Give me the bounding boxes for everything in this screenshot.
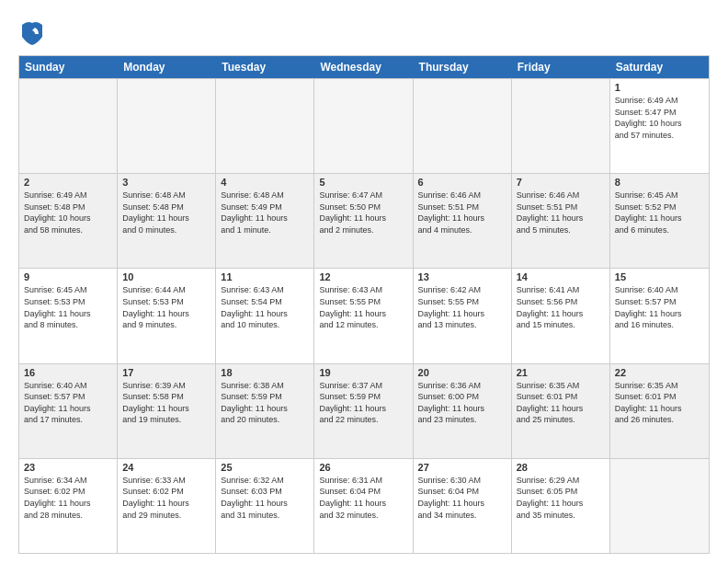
day-number: 1 bbox=[615, 82, 704, 93]
calendar-cell-2-1: 10Sunrise: 6:44 AM Sunset: 5:53 PM Dayli… bbox=[118, 269, 216, 362]
day-number: 27 bbox=[418, 462, 506, 473]
day-number: 13 bbox=[418, 271, 506, 282]
calendar-cell-4-6 bbox=[610, 459, 709, 553]
calendar: SundayMondayTuesdayWednesdayThursdayFrid… bbox=[18, 55, 710, 554]
day-number: 19 bbox=[319, 367, 407, 378]
day-number: 26 bbox=[319, 462, 407, 473]
calendar-cell-3-5: 21Sunrise: 6:35 AM Sunset: 6:01 PM Dayli… bbox=[512, 364, 610, 458]
header-day-tuesday: Tuesday bbox=[216, 56, 314, 78]
day-number: 16 bbox=[24, 367, 112, 378]
day-info: Sunrise: 6:46 AM Sunset: 5:51 PM Dayligh… bbox=[517, 190, 605, 236]
calendar-cell-4-3: 26Sunrise: 6:31 AM Sunset: 6:04 PM Dayli… bbox=[314, 459, 413, 553]
day-info: Sunrise: 6:49 AM Sunset: 5:48 PM Dayligh… bbox=[24, 190, 112, 236]
calendar-cell-1-1: 3Sunrise: 6:48 AM Sunset: 5:48 PM Daylig… bbox=[118, 174, 216, 268]
day-info: Sunrise: 6:39 AM Sunset: 5:58 PM Dayligh… bbox=[122, 380, 210, 426]
calendar-cell-2-3: 12Sunrise: 6:43 AM Sunset: 5:55 PM Dayli… bbox=[314, 269, 413, 362]
day-info: Sunrise: 6:38 AM Sunset: 5:59 PM Dayligh… bbox=[221, 380, 309, 426]
day-info: Sunrise: 6:41 AM Sunset: 5:56 PM Dayligh… bbox=[517, 284, 605, 330]
calendar-cell-0-5 bbox=[512, 79, 610, 173]
calendar-cell-1-2: 4Sunrise: 6:48 AM Sunset: 5:49 PM Daylig… bbox=[216, 174, 314, 268]
day-number: 11 bbox=[221, 271, 309, 282]
calendar-cell-0-3 bbox=[314, 79, 413, 173]
calendar-cell-3-0: 16Sunrise: 6:40 AM Sunset: 5:57 PM Dayli… bbox=[19, 364, 118, 458]
day-number: 28 bbox=[517, 462, 605, 473]
day-info: Sunrise: 6:34 AM Sunset: 6:02 PM Dayligh… bbox=[24, 475, 112, 521]
day-number: 18 bbox=[221, 367, 309, 378]
day-number: 22 bbox=[615, 367, 704, 378]
calendar-row-0: 1Sunrise: 6:49 AM Sunset: 5:47 PM Daylig… bbox=[19, 78, 709, 173]
calendar-row-1: 2Sunrise: 6:49 AM Sunset: 5:48 PM Daylig… bbox=[19, 173, 709, 268]
day-info: Sunrise: 6:43 AM Sunset: 5:54 PM Dayligh… bbox=[221, 284, 309, 330]
day-number: 25 bbox=[221, 462, 309, 473]
day-number: 23 bbox=[24, 462, 112, 473]
day-info: Sunrise: 6:32 AM Sunset: 6:03 PM Dayligh… bbox=[221, 475, 309, 521]
day-info: Sunrise: 6:47 AM Sunset: 5:50 PM Dayligh… bbox=[319, 190, 407, 236]
day-info: Sunrise: 6:29 AM Sunset: 6:05 PM Dayligh… bbox=[517, 475, 605, 521]
day-info: Sunrise: 6:45 AM Sunset: 5:53 PM Dayligh… bbox=[24, 284, 112, 330]
day-number: 7 bbox=[517, 177, 605, 188]
header-day-friday: Friday bbox=[512, 56, 610, 78]
day-info: Sunrise: 6:36 AM Sunset: 6:00 PM Dayligh… bbox=[418, 380, 506, 426]
calendar-cell-3-3: 19Sunrise: 6:37 AM Sunset: 5:59 PM Dayli… bbox=[314, 364, 413, 458]
day-number: 5 bbox=[319, 177, 407, 188]
calendar-cell-4-5: 28Sunrise: 6:29 AM Sunset: 6:05 PM Dayli… bbox=[512, 459, 610, 553]
calendar-row-2: 9Sunrise: 6:45 AM Sunset: 5:53 PM Daylig… bbox=[19, 268, 709, 362]
day-number: 20 bbox=[418, 367, 506, 378]
calendar-cell-4-4: 27Sunrise: 6:30 AM Sunset: 6:04 PM Dayli… bbox=[414, 459, 512, 553]
calendar-cell-2-4: 13Sunrise: 6:42 AM Sunset: 5:55 PM Dayli… bbox=[414, 269, 512, 362]
calendar-cell-4-0: 23Sunrise: 6:34 AM Sunset: 6:02 PM Dayli… bbox=[19, 459, 118, 553]
day-info: Sunrise: 6:30 AM Sunset: 6:04 PM Dayligh… bbox=[418, 475, 506, 521]
calendar-cell-2-2: 11Sunrise: 6:43 AM Sunset: 5:54 PM Dayli… bbox=[216, 269, 314, 362]
day-number: 14 bbox=[517, 271, 605, 282]
logo bbox=[18, 20, 50, 48]
day-number: 12 bbox=[319, 271, 407, 282]
header-day-wednesday: Wednesday bbox=[314, 56, 413, 78]
header-day-sunday: Sunday bbox=[19, 56, 118, 78]
day-number: 15 bbox=[615, 271, 704, 282]
day-number: 6 bbox=[418, 177, 506, 188]
day-number: 9 bbox=[24, 271, 112, 282]
header-day-thursday: Thursday bbox=[414, 56, 512, 78]
header-day-saturday: Saturday bbox=[610, 56, 709, 78]
day-number: 4 bbox=[221, 177, 309, 188]
day-info: Sunrise: 6:43 AM Sunset: 5:55 PM Dayligh… bbox=[319, 284, 407, 330]
calendar-row-4: 23Sunrise: 6:34 AM Sunset: 6:02 PM Dayli… bbox=[19, 458, 709, 553]
header-day-monday: Monday bbox=[118, 56, 216, 78]
calendar-cell-0-1 bbox=[118, 79, 216, 173]
day-info: Sunrise: 6:48 AM Sunset: 5:49 PM Dayligh… bbox=[221, 190, 309, 236]
day-info: Sunrise: 6:49 AM Sunset: 5:47 PM Dayligh… bbox=[615, 95, 704, 141]
calendar-body: 1Sunrise: 6:49 AM Sunset: 5:47 PM Daylig… bbox=[19, 78, 709, 553]
calendar-cell-4-2: 25Sunrise: 6:32 AM Sunset: 6:03 PM Dayli… bbox=[216, 459, 314, 553]
day-number: 17 bbox=[122, 367, 210, 378]
header bbox=[18, 17, 710, 48]
day-info: Sunrise: 6:46 AM Sunset: 5:51 PM Dayligh… bbox=[418, 190, 506, 236]
day-info: Sunrise: 6:35 AM Sunset: 6:01 PM Dayligh… bbox=[517, 380, 605, 426]
calendar-cell-0-2 bbox=[216, 79, 314, 173]
calendar-cell-4-1: 24Sunrise: 6:33 AM Sunset: 6:02 PM Dayli… bbox=[118, 459, 216, 553]
page: SundayMondayTuesdayWednesdayThursdayFrid… bbox=[0, 0, 728, 563]
day-number: 2 bbox=[24, 177, 112, 188]
calendar-cell-2-6: 15Sunrise: 6:40 AM Sunset: 5:57 PM Dayli… bbox=[610, 269, 709, 362]
calendar-cell-2-0: 9Sunrise: 6:45 AM Sunset: 5:53 PM Daylig… bbox=[19, 269, 118, 362]
calendar-cell-3-4: 20Sunrise: 6:36 AM Sunset: 6:00 PM Dayli… bbox=[414, 364, 512, 458]
day-info: Sunrise: 6:37 AM Sunset: 5:59 PM Dayligh… bbox=[319, 380, 407, 426]
logo-icon bbox=[18, 20, 46, 48]
calendar-header: SundayMondayTuesdayWednesdayThursdayFrid… bbox=[19, 56, 709, 78]
calendar-cell-1-4: 6Sunrise: 6:46 AM Sunset: 5:51 PM Daylig… bbox=[414, 174, 512, 268]
day-info: Sunrise: 6:35 AM Sunset: 6:01 PM Dayligh… bbox=[615, 380, 704, 426]
calendar-cell-3-6: 22Sunrise: 6:35 AM Sunset: 6:01 PM Dayli… bbox=[610, 364, 709, 458]
day-number: 8 bbox=[615, 177, 704, 188]
calendar-cell-1-6: 8Sunrise: 6:45 AM Sunset: 5:52 PM Daylig… bbox=[610, 174, 709, 268]
calendar-cell-3-1: 17Sunrise: 6:39 AM Sunset: 5:58 PM Dayli… bbox=[118, 364, 216, 458]
calendar-cell-1-3: 5Sunrise: 6:47 AM Sunset: 5:50 PM Daylig… bbox=[314, 174, 413, 268]
calendar-cell-3-2: 18Sunrise: 6:38 AM Sunset: 5:59 PM Dayli… bbox=[216, 364, 314, 458]
calendar-cell-0-4 bbox=[414, 79, 512, 173]
day-info: Sunrise: 6:40 AM Sunset: 5:57 PM Dayligh… bbox=[24, 380, 112, 426]
day-info: Sunrise: 6:44 AM Sunset: 5:53 PM Dayligh… bbox=[122, 284, 210, 330]
calendar-cell-1-0: 2Sunrise: 6:49 AM Sunset: 5:48 PM Daylig… bbox=[19, 174, 118, 268]
day-info: Sunrise: 6:31 AM Sunset: 6:04 PM Dayligh… bbox=[319, 475, 407, 521]
day-info: Sunrise: 6:33 AM Sunset: 6:02 PM Dayligh… bbox=[122, 475, 210, 521]
day-info: Sunrise: 6:45 AM Sunset: 5:52 PM Dayligh… bbox=[615, 190, 704, 236]
calendar-row-3: 16Sunrise: 6:40 AM Sunset: 5:57 PM Dayli… bbox=[19, 363, 709, 458]
day-info: Sunrise: 6:48 AM Sunset: 5:48 PM Dayligh… bbox=[122, 190, 210, 236]
